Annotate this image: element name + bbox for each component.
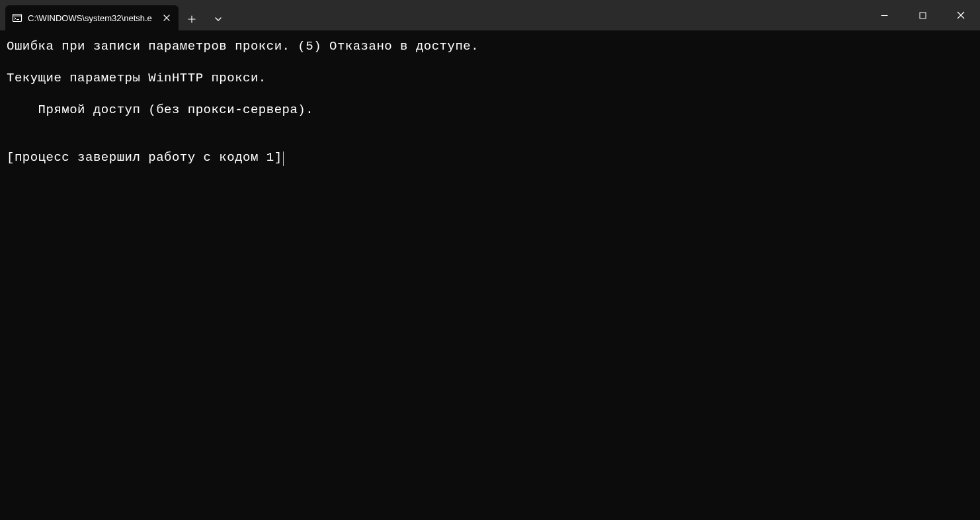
- window-close-button[interactable]: [942, 0, 980, 30]
- output-line: Текущие параметры WinHTTP прокси.: [7, 71, 266, 85]
- terminal-window: C:\WINDOWS\system32\netsh.e: [0, 0, 980, 520]
- maximize-icon: [919, 12, 926, 19]
- output-line: Прямой доступ (без прокси-сервера).: [7, 103, 313, 117]
- svg-rect-0: [13, 15, 22, 22]
- tab-dropdown-button[interactable]: [205, 8, 231, 30]
- minimize-icon: [881, 12, 888, 19]
- minimize-button[interactable]: [865, 0, 903, 30]
- tab-active[interactable]: C:\WINDOWS\system32\netsh.e: [5, 5, 179, 30]
- tab-close-button[interactable]: [160, 11, 173, 24]
- maximize-button[interactable]: [903, 0, 942, 30]
- tab-strip: C:\WINDOWS\system32\netsh.e: [0, 0, 231, 30]
- plus-icon: [188, 15, 196, 23]
- output-line: Ошибка при записи параметров прокси. (5)…: [7, 39, 479, 54]
- window-controls: [865, 0, 980, 30]
- close-icon: [163, 14, 171, 22]
- text-cursor: [283, 152, 284, 166]
- output-line: [процесс завершил работу с кодом 1]: [7, 150, 282, 165]
- svg-rect-8: [920, 13, 926, 19]
- new-tab-button[interactable]: [179, 8, 205, 30]
- close-icon: [957, 11, 965, 19]
- terminal-icon: [12, 13, 22, 23]
- terminal-output[interactable]: Ошибка при записи параметров прокси. (5)…: [0, 30, 980, 520]
- chevron-down-icon: [214, 15, 222, 23]
- tab-title: C:\WINDOWS\system32\netsh.e: [28, 13, 152, 23]
- titlebar: C:\WINDOWS\system32\netsh.e: [0, 0, 980, 30]
